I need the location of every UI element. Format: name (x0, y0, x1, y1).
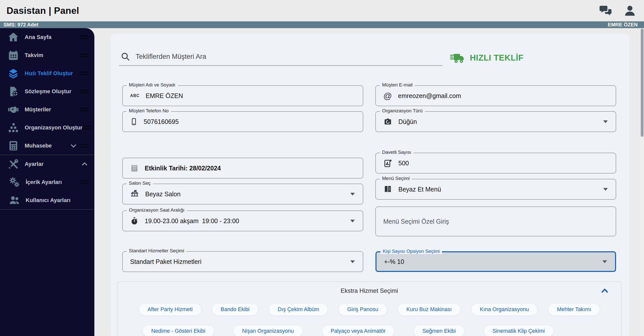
chevron-up-icon[interactable] (80, 160, 89, 168)
customer-phone-field[interactable]: Müşteri Telefon No 5076160695 (122, 111, 363, 132)
organization-type-select[interactable]: Organizasyon Türü Düğün (375, 111, 616, 132)
drag-handle-icon[interactable] (80, 54, 89, 57)
sidebar-item-sozlesme-olustur[interactable]: Sözleşme Oluştur (0, 82, 94, 101)
standard-services-value: Standart Paket Hizmetleri (130, 258, 201, 265)
org-cluster-icon (8, 122, 19, 133)
dropdown-arrow-icon (350, 193, 355, 196)
calculator-icon (8, 140, 19, 152)
handshake-icon (8, 104, 19, 115)
quick-quote-button[interactable]: HIZLI TEKLİF (450, 50, 523, 66)
guest-count-field[interactable]: Davetli Sayısı 500 (375, 153, 616, 173)
service-chip[interactable]: Bando Ekibi (212, 303, 258, 316)
sidebar-item-musteriler[interactable]: Müşteriler (0, 101, 94, 119)
service-chip[interactable]: After Party Hizmeti (139, 303, 201, 316)
scrollbar-thumb[interactable] (641, 29, 643, 137)
sidebar-item-organizasyon-olustur[interactable]: Organizasyon Oluştur (0, 119, 94, 137)
service-chip[interactable]: Kuru Buz Makinası (398, 303, 461, 316)
sidebar-item-hizli-teklif-olustur[interactable]: Hızlı Teklif Oluştur (0, 64, 94, 82)
menu-select-label: Menü Seçimi (380, 176, 412, 181)
document-plus-icon (8, 86, 19, 97)
sidebar-item-icerik-ayarlari[interactable]: İçerik Ayarları (0, 173, 94, 191)
search-placeholder: Tekliflerden Müşteri Ara (136, 53, 206, 61)
person-option-label: Kişi Sayısı Opsiyon Seçimi (381, 249, 442, 254)
time-range-select[interactable]: Organizasyon Saat Aralığı 19.00-23.00 ak… (122, 211, 363, 231)
venue-icon (130, 189, 139, 199)
service-chip[interactable]: Mehter Takımı (548, 303, 600, 316)
service-chip[interactable]: Giriş Panosu (338, 303, 387, 316)
fast-truck-icon (450, 51, 465, 64)
sidebar-item-label: Müşteriler (25, 106, 51, 113)
quick-quote-panel: Tekliflerden Müşteri Ara HIZLI TEKLİF Mü… (111, 34, 629, 336)
organization-type-label: Organizasyon Türü (380, 108, 425, 114)
home-icon (8, 31, 19, 43)
organization-type-value: Düğün (398, 118, 417, 125)
app-title: Dasistan | Panel (7, 6, 79, 16)
abc-icon: ABC (130, 93, 140, 98)
guest-count-value: 500 (398, 160, 409, 167)
menu-custom-placeholder: Menü Seçimi Özel Giriş (383, 218, 449, 225)
sidebar-item-takvim[interactable]: Takvim (0, 46, 94, 64)
salon-select[interactable]: Salon Seç Beyaz Salon (122, 184, 363, 204)
sidebar-item-label: Kullanıcı Ayarları (26, 197, 70, 204)
service-chip[interactable]: Palyaço veya Animatör (322, 325, 395, 336)
collapse-chevron-up-icon[interactable] (600, 286, 610, 296)
menu-custom-textarea[interactable]: Menü Seçimi Özel Giriş (375, 207, 616, 236)
customer-name-field[interactable]: Müşteri Adı ve Soyadı ABC EMRE ÖZEN (122, 85, 363, 106)
drag-handle-icon[interactable] (80, 144, 89, 148)
logged-user-name: EMRE ÖZEN (608, 22, 638, 28)
menu-select[interactable]: Menü Seçimi Beyaz Et Menü (375, 179, 616, 200)
service-chip[interactable]: Kına Organizasyonu (471, 303, 538, 316)
user-icon[interactable] (623, 4, 636, 17)
guest-chart-icon (383, 158, 392, 168)
drag-handle-icon[interactable] (80, 108, 89, 111)
search-input[interactable]: Tekliflerden Müşteri Ara (119, 48, 442, 66)
camera-icon (383, 117, 392, 126)
sidebar-item-label: Sözleşme Oluştur (25, 88, 71, 95)
dropdown-arrow-icon (602, 260, 607, 263)
time-range-value: 19.00-23.00 akşam 19:00 - 23:00 (145, 217, 239, 225)
dropdown-arrow-icon (603, 188, 608, 191)
dropdown-arrow-icon (603, 120, 608, 123)
scrollbar[interactable] (640, 28, 644, 336)
drag-handle-icon[interactable] (80, 90, 89, 93)
standard-services-select[interactable]: Standart Hizmetler Seçimi Standart Paket… (122, 251, 363, 272)
menu-book-icon (383, 185, 392, 194)
sidebar-item-label: Takvim (25, 52, 43, 59)
sidebar-item-muhasebe[interactable]: Muhasebe (0, 137, 94, 155)
drag-handle-icon[interactable] (83, 126, 92, 129)
customer-email-value: emreozen@gmail.com (398, 92, 461, 100)
tools-icon (8, 158, 19, 170)
drag-handle-icon[interactable] (80, 35, 89, 39)
top-bar: Dasistan | Panel (0, 0, 644, 21)
sidebar-item-label: Ayarlar (25, 161, 44, 167)
customer-email-field[interactable]: Müşteri E-mail @ emreozen@gmail.com (375, 85, 616, 106)
sidebar-settings-group: Ayarlar İçerik Ayarları Kullanıcı Ayarla… (0, 155, 94, 210)
quick-quote-label: HIZLI TEKLİF (470, 53, 523, 63)
gears-icon (9, 176, 20, 188)
sidebar-item-ana-sayfa[interactable]: Ana Sayfa (0, 28, 94, 46)
chat-icon[interactable] (599, 4, 612, 17)
service-chip[interactable]: Nedime - Gösteri Ekibi (142, 325, 214, 336)
sms-count: SMS: 972 Adet (4, 22, 38, 28)
dropdown-arrow-icon (350, 220, 355, 222)
service-chip[interactable]: Sinematik Klip Çekimi (484, 325, 554, 336)
person-option-select[interactable]: Kişi Sayısı Opsiyon Seçimi +-% 10 (375, 251, 616, 272)
search-icon (121, 52, 130, 61)
drag-handle-icon[interactable] (80, 72, 89, 75)
sidebar-item-kullanici-ayarlari[interactable]: Kullanıcı Ayarları (0, 191, 94, 209)
sidebar-item-ayarlar[interactable]: Ayarlar (0, 155, 94, 173)
sidebar: Ana Sayfa Takvim Hızlı Teklif Oluştur Sö… (0, 28, 94, 336)
chevron-down-icon[interactable] (69, 141, 78, 150)
service-chip[interactable]: Seğmen Ekibi (413, 325, 465, 336)
topbar-icons (599, 4, 636, 17)
at-sign-icon: @ (383, 91, 392, 101)
person-option-value: +-% 10 (384, 258, 404, 265)
extra-services-section: Ekstra Hizmet Seçimi After Party Hizmeti… (117, 281, 622, 336)
customer-phone-value: 5076160695 (144, 118, 179, 125)
event-calendar-icon (130, 163, 139, 173)
event-date-field[interactable]: Etkinlik Tarihi: 28/02/2024 (122, 158, 363, 178)
service-chip[interactable]: Dış Çekim Albüm (269, 303, 328, 316)
guest-count-label: Davetli Sayısı (380, 150, 413, 155)
drag-handle-icon[interactable] (80, 180, 89, 184)
service-chip[interactable]: Nişan Organizasyonu (233, 325, 303, 336)
